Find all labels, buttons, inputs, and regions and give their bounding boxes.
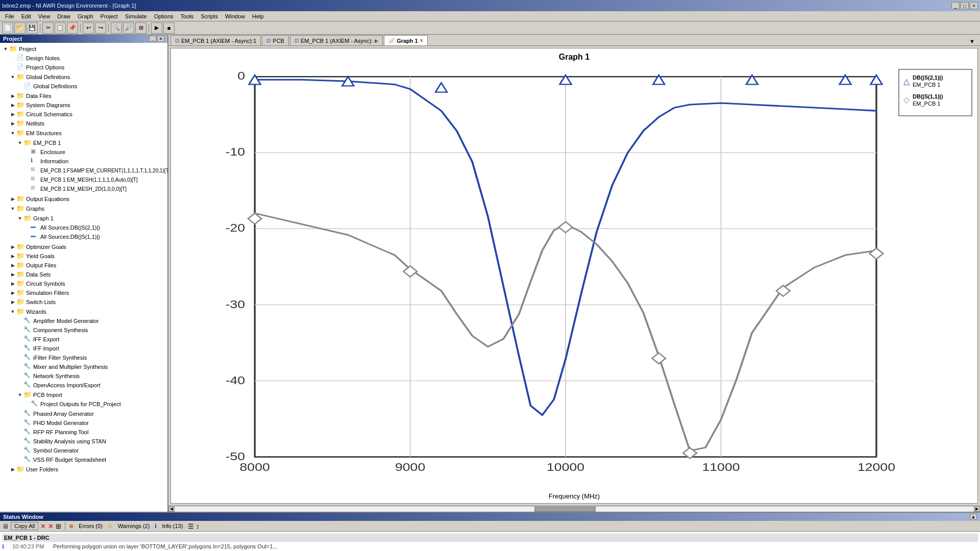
tb-fit[interactable]: ⊞ xyxy=(135,22,146,34)
tree-row-rfp[interactable]: 🔧 RFP RF Planning Tool xyxy=(15,428,166,437)
tb-simulate[interactable]: ▶ xyxy=(151,22,162,34)
tree-row-ifilter[interactable]: 🔧 iFilter Filter Synthesis xyxy=(15,353,166,362)
warnings-button[interactable]: Warnings (2) xyxy=(115,522,153,530)
tree-row-switch-lists[interactable]: ▶ 📁 Switch Lists xyxy=(8,297,166,307)
tree-row-mesh1[interactable]: ⊞ EM_PCB 1:EM_MESH(1,1,1,1,0,Auto,0)[T] xyxy=(22,175,166,184)
clear-all-icon[interactable]: ✕ xyxy=(48,522,54,530)
tree-row-pcb-import[interactable]: ▼ 📁 PCB Import xyxy=(15,390,166,399)
tree-row-enclosure[interactable]: ▣ Enclosure xyxy=(22,147,166,157)
tree-row-graphs[interactable]: ▼ 📁 Graphs xyxy=(8,204,166,213)
tree-row-iff-import[interactable]: 🔧 IFF Import xyxy=(15,344,166,353)
scroll-track[interactable] xyxy=(175,507,974,512)
tb-undo[interactable]: ↩ xyxy=(83,22,94,34)
tree-row-network-synthesis[interactable]: 🔧 Network Synthesis xyxy=(15,371,166,381)
tb-zoomin[interactable]: 🔍 xyxy=(111,22,122,34)
tb-save[interactable]: 💾 xyxy=(27,22,38,34)
tb-new[interactable]: 📄 xyxy=(2,22,13,34)
tree-row-global-defs-child[interactable]: 📄 Global Definitions xyxy=(15,82,166,91)
tree-row-mixer[interactable]: 🔧 Mixer and Multiplier Synthesis xyxy=(15,362,166,371)
tab-graph1[interactable]: 📈 Graph 1 × xyxy=(384,35,427,45)
menu-file[interactable]: File xyxy=(2,13,17,20)
menu-tools[interactable]: Tools xyxy=(178,13,197,20)
tree-row-output-equations[interactable]: ▶ 📁 Output Equations xyxy=(8,194,166,204)
filter-icon[interactable]: ⊞ xyxy=(56,522,61,530)
tree-row-em-pcb1[interactable]: ▼ 📁 EM_PCB 1 xyxy=(15,138,166,147)
panel-pin-button[interactable]: _ xyxy=(149,36,156,42)
tree-row-amplifier-model[interactable]: 🔧 Amplifier Model Generator xyxy=(15,316,166,325)
tree-row-netlists[interactable]: ▶ 📁 Netlists xyxy=(8,119,166,128)
minimize-button[interactable]: _ xyxy=(951,2,960,9)
tree-row-em-structures[interactable]: ▼ 📁 EM Structures xyxy=(8,129,166,138)
menu-help[interactable]: Help xyxy=(249,13,267,20)
tree-row-circuit-symbols[interactable]: ▶ 📁 Circuit Symbols xyxy=(8,279,166,288)
tree-row-simulation-filters[interactable]: ▶ 📁 Simulation Filters xyxy=(8,288,166,297)
tree-row-fsamp[interactable]: ⊞ EM_PCB 1:FSAMP:EM_CURRENT(1,1,1,1,T,1,… xyxy=(22,166,166,175)
tree-expand-project[interactable]: ▼ xyxy=(2,45,9,53)
copy-all-button[interactable]: Copy All xyxy=(11,522,38,530)
sort-icon[interactable]: ↕ xyxy=(196,522,200,530)
tree-row-wizards[interactable]: ▼ 📁 Wizards xyxy=(8,307,166,316)
tree-row-vss[interactable]: 🔧 VSS RF Budget Spreadsheet xyxy=(15,455,166,464)
tree-row-symbol-gen[interactable]: 🔧 Symbol Generator xyxy=(15,446,166,455)
errors-button[interactable]: Errors (0) xyxy=(76,522,105,530)
scroll-right-btn[interactable]: ▶ xyxy=(974,507,980,512)
tree-row-stability[interactable]: 🔧 Stability Analysis using STAN xyxy=(15,437,166,446)
tb-stop[interactable]: ■ xyxy=(163,22,175,34)
panel-close-button[interactable]: × xyxy=(157,36,164,42)
tree-row-user-folders[interactable]: ▶ 📁 User Folders xyxy=(8,465,166,474)
tree-row-design-notes[interactable]: 📄 Design Notes xyxy=(8,54,166,63)
tab-pcb[interactable]: ⊡ PCB xyxy=(262,35,289,45)
scroll-left-btn[interactable]: ◀ xyxy=(168,507,175,512)
horizontal-scrollbar[interactable]: ◀ ▶ xyxy=(168,506,980,512)
tree-row-phd-model[interactable]: 🔧 PHD Model Generator xyxy=(15,418,166,428)
close-button[interactable]: × xyxy=(970,2,978,9)
tree-row-openaccess[interactable]: 🔧 OpenAccess Import/Export xyxy=(15,381,166,390)
menu-window[interactable]: Window xyxy=(222,13,248,20)
tb-redo[interactable]: ↪ xyxy=(95,22,106,34)
tab-overflow-arrow[interactable]: ▼ xyxy=(966,37,978,45)
tree-row-s21[interactable]: ▬ All Sources:DB(|S(2,1)|) xyxy=(22,223,166,232)
menu-draw[interactable]: Draw xyxy=(54,13,74,20)
tab-close-graph1[interactable]: × xyxy=(420,38,423,43)
expand-global-defs[interactable]: ▼ xyxy=(9,73,16,81)
tree-row-project-options[interactable]: 📄 Project Options xyxy=(8,63,166,72)
tree-row-graph1[interactable]: ▼ 📁 Graph 1 xyxy=(15,214,166,223)
list-icon[interactable]: ☰ xyxy=(188,522,194,530)
tree-row-project-outputs-pcb[interactable]: 🔧 Project Outputs for PCB_Project xyxy=(22,399,166,409)
maximize-button[interactable]: □ xyxy=(961,2,969,9)
scroll-thumb[interactable] xyxy=(534,507,596,512)
tree-row-circuit-schematics[interactable]: ▶ 📁 Circuit Schematics xyxy=(8,110,166,119)
tree-row-global-defs[interactable]: ▼ 📁 Global Definitions xyxy=(8,72,166,82)
tree-row-data-sets[interactable]: ▶ 📁 Data Sets xyxy=(8,270,166,279)
tb-paste[interactable]: 📌 xyxy=(67,22,78,34)
tree-row-s11[interactable]: ▬ All Sources:DB(|S(1,1)|) xyxy=(22,232,166,241)
tree-row-output-files[interactable]: ▶ 📁 Output Files xyxy=(8,261,166,270)
menu-project[interactable]: Project xyxy=(97,13,121,20)
tree-row-system-diagrams[interactable]: ▶ 📁 System Diagrams xyxy=(8,101,166,110)
menu-simulate[interactable]: Simulate xyxy=(122,13,150,20)
tb-open[interactable]: 📂 xyxy=(14,22,26,34)
menu-scripts[interactable]: Scripts xyxy=(198,13,221,20)
status-expand-btn[interactable]: ▲ xyxy=(970,514,977,520)
menu-view[interactable]: View xyxy=(35,13,54,20)
menu-options[interactable]: Options xyxy=(151,13,177,20)
tree-row-component-synthesis[interactable]: 🔧 Component Synthesis xyxy=(15,325,166,335)
tree-row-project[interactable]: ▼ 📁 Project xyxy=(1,44,166,54)
tree-row-mesh2d[interactable]: ⊞ EM_PCB 1:EM_MESH_2D(1,0,0,0)[T] xyxy=(22,184,166,193)
tb-cut[interactable]: ✂ xyxy=(42,22,54,34)
tree-row-data-files[interactable]: ▶ 📁 Data Files xyxy=(8,91,166,101)
tree-container[interactable]: ▼ 📁 Project 📄 Design Notes 📄 P xyxy=(0,43,167,512)
tab-em-pcb1-2[interactable]: ⊡ EM_PCB 1 (AXIEM - Async): ▶ xyxy=(290,35,383,45)
tree-row-information[interactable]: ℹ Information xyxy=(22,157,166,166)
clear-icon[interactable]: ✕ xyxy=(40,522,46,530)
tree-row-iff-export[interactable]: 🔧 IFF Export xyxy=(15,335,166,344)
tree-row-yield-goals[interactable]: ▶ 📁 Yield Goals xyxy=(8,252,166,261)
menu-edit[interactable]: Edit xyxy=(18,13,34,20)
tab-em-pcb1-1[interactable]: ⊡ EM_PCB 1 (AXIEM - Async):1 xyxy=(170,35,261,45)
tb-zoomout[interactable]: 🔎 xyxy=(123,22,134,34)
info-button[interactable]: Info (13) xyxy=(159,522,186,530)
menu-graph[interactable]: Graph xyxy=(75,13,96,20)
tree-row-optimizer-goals[interactable]: ▶ 📁 Optimizer Goals xyxy=(8,242,166,252)
tb-copy[interactable]: 📋 xyxy=(55,22,66,34)
tree-row-phased-array[interactable]: 🔧 Phased Array Generator xyxy=(15,409,166,418)
